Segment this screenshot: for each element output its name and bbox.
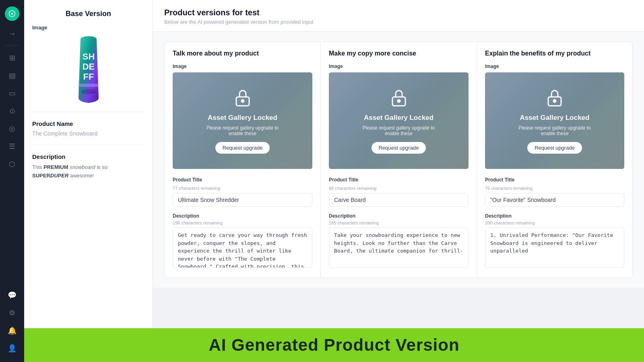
version-2-chars-remaining: 88 characters remaining bbox=[329, 186, 469, 191]
gallery-bg-1: Asset Gallery Locked Please request gall… bbox=[173, 72, 312, 169]
gallery-locked-title-1: Asset Gallery Locked bbox=[208, 114, 277, 122]
version-col-1: Talk more about my product Image Asse bbox=[164, 41, 320, 278]
monitor-icon[interactable]: ▭ bbox=[5, 86, 19, 101]
product-name-label: Product Name bbox=[32, 120, 144, 127]
version-2-product-title-label: Product Title bbox=[329, 177, 469, 183]
divider-1 bbox=[32, 112, 144, 112]
versions-grid: Talk more about my product Image Asse bbox=[153, 32, 644, 288]
banner-spacer bbox=[153, 288, 644, 320]
lock-icon-2 bbox=[389, 88, 409, 111]
lock-icon-1 bbox=[233, 88, 252, 111]
version-2-description-textarea[interactable]: Take your snowboarding experience to new… bbox=[329, 228, 469, 268]
version-col-2: Make my copy more concise Image Asset bbox=[320, 41, 477, 278]
version-1-product-title-label: Product Title bbox=[173, 177, 312, 183]
version-1-chars-remaining: 77 characters remaining bbox=[173, 186, 312, 191]
main-content: Product versions for test Below are the … bbox=[153, 0, 644, 362]
gallery-locked-desc-1: Please request gallery upgrade to enable… bbox=[202, 125, 283, 136]
sidebar: → ⊞ ▤ ▭ ⊙ ◎ ☰ ⬡ 💬 ⚙ 🔔 👤 bbox=[0, 0, 24, 362]
version-2-gallery: Asset Gallery Locked Please request gall… bbox=[329, 72, 469, 169]
svg-rect-4 bbox=[78, 84, 99, 87]
base-panel: Base Version Image SH DE FF Product Name… bbox=[24, 0, 153, 362]
gallery-overlay-1: Asset Gallery Locked Please request gall… bbox=[173, 72, 312, 169]
version-2-image-label: Image bbox=[329, 64, 469, 69]
version-1-product-title-input[interactable] bbox=[173, 193, 312, 207]
svg-point-5 bbox=[81, 89, 96, 94]
image-label: Image bbox=[32, 25, 144, 31]
version-3-description-textarea[interactable]: 1. Unrivaled Performance: "Our Favorite … bbox=[485, 228, 624, 268]
svg-text:FF: FF bbox=[83, 72, 94, 82]
base-snowboard-image: SH DE FF bbox=[68, 35, 109, 104]
version-3-title: Explain the benefits of my product bbox=[485, 50, 624, 57]
version-3-chars-remaining: 75 characters remaining bbox=[485, 186, 624, 191]
svg-text:SH: SH bbox=[82, 51, 95, 62]
version-1-image-label: Image bbox=[173, 64, 312, 69]
svg-point-9 bbox=[398, 100, 400, 102]
list-icon[interactable]: ☰ bbox=[5, 139, 19, 154]
settings-icon[interactable]: ⚙ bbox=[5, 306, 19, 320]
version-3-desc-chars: 200 characters remaining bbox=[485, 220, 624, 225]
sidebar-arrow-icon[interactable]: → bbox=[6, 27, 18, 41]
version-3-image-label: Image bbox=[485, 64, 624, 69]
sidebar-bottom: 💬 ⚙ 🔔 👤 bbox=[5, 288, 19, 356]
version-1-title: Talk more about my product bbox=[173, 50, 312, 57]
version-2-product-title-input[interactable] bbox=[329, 193, 469, 207]
gallery-locked-desc-3: Please request gallery upgrade to enable… bbox=[514, 125, 595, 136]
version-3-product-title-label: Product Title bbox=[485, 177, 624, 183]
divider-2 bbox=[32, 145, 144, 145]
version-3-gallery: Asset Gallery Locked Please request gall… bbox=[485, 72, 624, 169]
version-1-desc-label: Description bbox=[173, 213, 312, 219]
version-3-product-title-input[interactable] bbox=[485, 193, 624, 207]
table-icon[interactable]: ▤ bbox=[5, 68, 19, 83]
gallery-overlay-2: Asset Gallery Locked Please request gall… bbox=[329, 72, 469, 169]
gallery-locked-desc-2: Please request gallery upgrade to enable… bbox=[359, 125, 439, 136]
bell-icon[interactable]: 🔔 bbox=[5, 323, 19, 338]
description-text: This PREMIUM snowboard is so SUPERDUPER … bbox=[32, 163, 144, 180]
version-2-title: Make my copy more concise bbox=[329, 50, 469, 57]
page-title: Product versions for test bbox=[164, 8, 633, 17]
user-icon[interactable]: 👤 bbox=[5, 341, 19, 356]
product-name-value: The Complete Snowboard bbox=[32, 130, 144, 137]
sidebar-logo[interactable] bbox=[5, 6, 19, 21]
version-2-desc-chars: 185 characters remaining bbox=[329, 220, 469, 225]
gallery-locked-title-2: Asset Gallery Locked bbox=[364, 114, 433, 122]
request-upgrade-btn-3[interactable]: Request upgrade bbox=[527, 142, 582, 154]
page-subtitle: Below are the AI powered generated versi… bbox=[164, 19, 633, 25]
svg-text:DE: DE bbox=[82, 62, 95, 72]
version-1-description-textarea[interactable]: Get ready to carve your way through fres… bbox=[173, 228, 312, 268]
sidebar-divider-1 bbox=[5, 45, 19, 46]
lock-icon-3 bbox=[545, 88, 564, 111]
comment-icon[interactable]: 💬 bbox=[5, 288, 19, 302]
request-upgrade-btn-1[interactable]: Request upgrade bbox=[215, 142, 270, 154]
target-icon[interactable]: ◎ bbox=[5, 121, 19, 136]
description-label: Description bbox=[32, 153, 144, 160]
request-upgrade-btn-2[interactable]: Request upgrade bbox=[372, 142, 426, 154]
svg-point-7 bbox=[242, 100, 244, 102]
gallery-overlay-3: Asset Gallery Locked Please request gall… bbox=[485, 72, 624, 169]
gallery-bg-3: Asset Gallery Locked Please request gall… bbox=[485, 72, 624, 169]
ai-banner-text: AI Generated Product Version bbox=[208, 335, 459, 355]
version-col-3: Explain the benefits of my product Image bbox=[477, 41, 633, 278]
search-icon[interactable]: ⊙ bbox=[5, 104, 19, 118]
version-2-desc-label: Description bbox=[329, 213, 469, 219]
ai-banner: AI Generated Product Version bbox=[24, 328, 644, 362]
chart-icon[interactable]: ⬡ bbox=[5, 157, 19, 171]
gallery-locked-title-3: Asset Gallery Locked bbox=[520, 114, 590, 122]
base-version-title: Base Version bbox=[32, 10, 144, 18]
grid-icon[interactable]: ⊞ bbox=[5, 51, 19, 65]
main-header: Product versions for test Below are the … bbox=[153, 0, 644, 32]
gallery-bg-2: Asset Gallery Locked Please request gall… bbox=[329, 72, 469, 169]
svg-point-11 bbox=[553, 100, 556, 102]
version-1-desc-chars: 196 characters remaining bbox=[173, 220, 312, 225]
version-3-desc-label: Description bbox=[485, 213, 624, 219]
version-1-gallery: Asset Gallery Locked Please request gall… bbox=[173, 72, 312, 169]
